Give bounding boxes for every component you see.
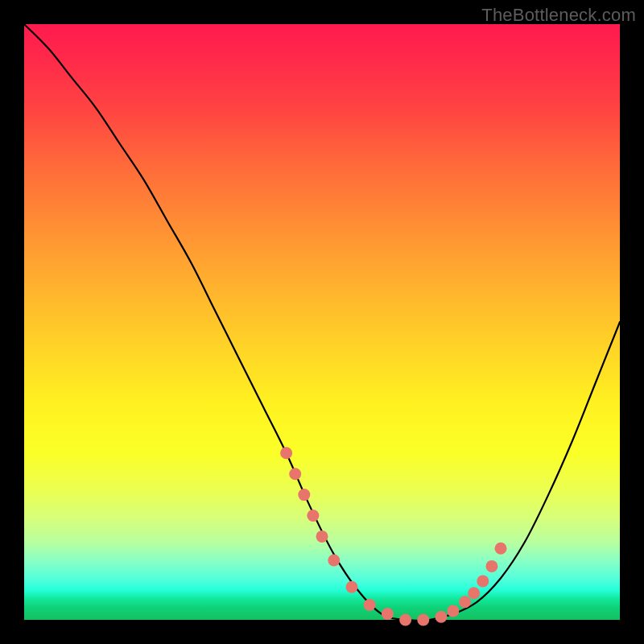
data-marker <box>316 530 328 543</box>
data-marker <box>436 611 448 623</box>
chart-stage: TheBottleneck.com <box>0 0 644 644</box>
data-marker <box>307 510 319 522</box>
data-marker <box>485 560 497 572</box>
data-marker <box>346 581 358 593</box>
chart-svg <box>24 24 620 620</box>
data-marker <box>399 614 411 626</box>
data-marker <box>477 575 489 587</box>
data-marker <box>459 596 471 608</box>
data-marker <box>495 543 507 555</box>
data-marker <box>289 468 301 480</box>
watermark-text: TheBottleneck.com <box>481 5 636 26</box>
data-marker <box>382 608 394 620</box>
data-marker <box>280 447 292 459</box>
data-marker <box>298 489 310 501</box>
data-marker <box>447 605 459 617</box>
data-marker <box>417 614 429 626</box>
data-marker <box>364 599 376 611</box>
data-marker <box>468 587 480 599</box>
plot-area <box>24 24 620 620</box>
marker-group <box>280 447 506 625</box>
data-marker <box>328 555 340 567</box>
